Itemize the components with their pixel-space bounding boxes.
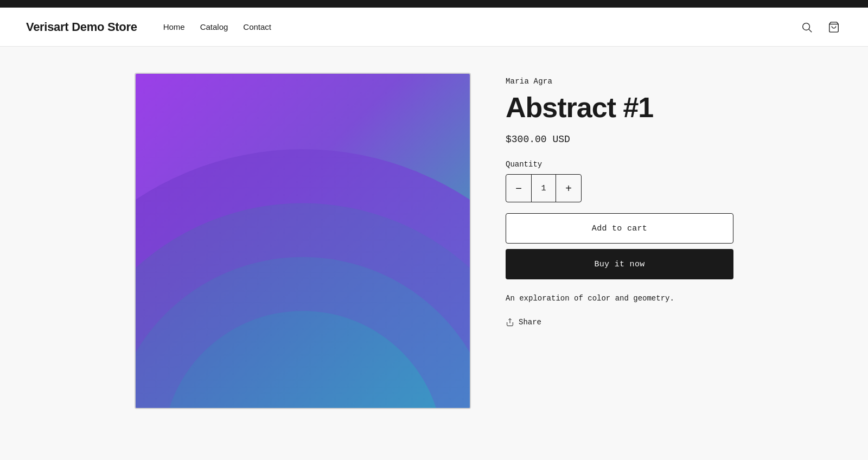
- product-price: $300.00 USD: [506, 134, 733, 145]
- artist-name: Maria Agra: [506, 77, 733, 86]
- share-icon: [506, 318, 514, 327]
- share-button[interactable]: Share: [506, 318, 541, 327]
- header: Verisart Demo Store Home Catalog Contact: [0, 8, 868, 47]
- product-image-container: [135, 73, 471, 409]
- announcement-bar: [0, 0, 868, 8]
- add-to-cart-button[interactable]: Add to cart: [506, 213, 733, 244]
- search-button[interactable]: [799, 19, 815, 35]
- quantity-decrease-button[interactable]: −: [506, 175, 531, 202]
- quantity-control: − 1 +: [506, 174, 582, 202]
- svg-point-0: [803, 23, 810, 30]
- nav-catalog[interactable]: Catalog: [200, 22, 228, 31]
- product-description: An exploration of color and geometry.: [506, 292, 733, 304]
- quantity-label: Quantity: [506, 160, 733, 169]
- nav-contact[interactable]: Contact: [243, 22, 271, 31]
- cart-button[interactable]: [826, 19, 842, 35]
- header-right: [799, 19, 842, 35]
- store-name[interactable]: Verisart Demo Store: [26, 20, 137, 34]
- share-label: Share: [519, 318, 541, 327]
- quantity-increase-button[interactable]: +: [556, 175, 581, 202]
- product-gallery: [135, 73, 471, 409]
- svg-line-1: [809, 29, 812, 32]
- product-title: Abstract #1: [506, 92, 733, 123]
- main-nav: Home Catalog Contact: [163, 22, 271, 31]
- quantity-value: 1: [531, 175, 556, 202]
- search-icon: [801, 21, 813, 33]
- nav-home[interactable]: Home: [163, 22, 185, 31]
- product-info: Maria Agra Abstract #1 $300.00 USD Quant…: [506, 73, 733, 327]
- buy-now-button[interactable]: Buy it now: [506, 249, 733, 279]
- product-page: Maria Agra Abstract #1 $300.00 USD Quant…: [108, 47, 760, 435]
- header-left: Verisart Demo Store Home Catalog Contact: [26, 20, 271, 34]
- cart-icon: [828, 21, 840, 33]
- product-image: [136, 74, 470, 408]
